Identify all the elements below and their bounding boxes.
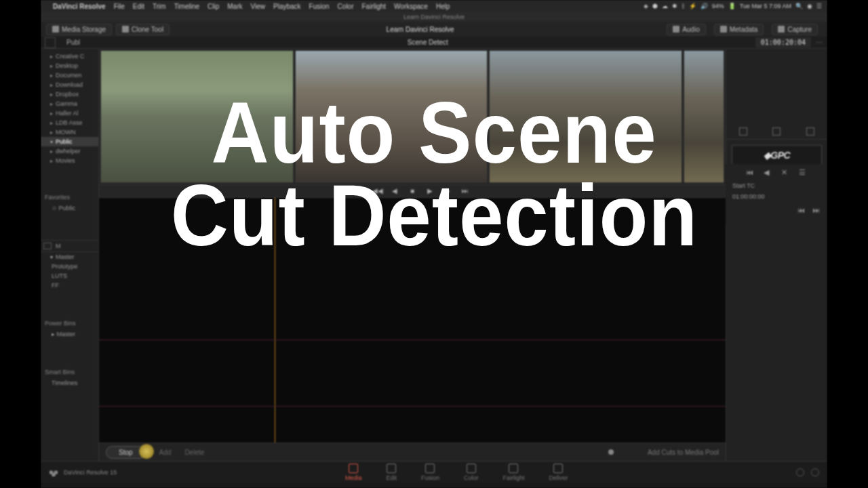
clock[interactable]: Tue Mar 5 7:09 AM	[740, 3, 791, 9]
tab-deliver[interactable]: Deliver	[549, 464, 568, 481]
add-cut-button[interactable]: Add	[159, 449, 172, 456]
wifi-icon[interactable]: ⚡	[689, 3, 696, 9]
project-settings-icon[interactable]	[811, 468, 819, 476]
bin-master[interactable]: Master	[41, 252, 98, 262]
menu-view[interactable]: View	[251, 3, 266, 10]
bin-item[interactable]: LUTS	[41, 271, 98, 281]
smart-bin-item[interactable]: Timelines	[41, 378, 98, 388]
battery-status[interactable]: 94%	[712, 3, 724, 9]
delete-cut-button[interactable]: Delete	[184, 449, 204, 456]
preview-frame-current[interactable]	[295, 50, 488, 183]
app-menu[interactable]: DaVinci Resolve	[53, 3, 106, 10]
search-icon[interactable]	[772, 127, 781, 136]
status-icon[interactable]: ✱	[672, 3, 677, 9]
audio-panel-button[interactable]: Audio	[667, 24, 706, 35]
view-toggle-icon[interactable]	[43, 243, 52, 249]
tree-item[interactable]: Dropbox	[41, 89, 98, 99]
play-icon[interactable]: ▶	[425, 187, 435, 195]
tree-item[interactable]: LDB Asse	[41, 118, 98, 127]
siri-icon[interactable]: ◉	[807, 3, 812, 9]
menu-mark[interactable]: Mark	[227, 3, 242, 10]
capture-icon	[778, 26, 785, 33]
tree-item[interactable]: Documen	[41, 70, 98, 80]
menu-edit[interactable]: Edit	[133, 3, 144, 10]
timecode-display[interactable]: 01:00:20:04	[755, 37, 811, 47]
media-storage-button[interactable]: Media Storage	[46, 24, 112, 35]
preview-frame-edge[interactable]	[684, 50, 724, 183]
preview-frame-next[interactable]	[489, 50, 682, 183]
menu-playback[interactable]: Playback	[273, 3, 301, 10]
tab-color[interactable]: Color	[464, 464, 479, 481]
media-pool-tab[interactable]: M	[56, 243, 61, 249]
clone-tool-button[interactable]: Clone Tool	[116, 24, 170, 35]
fusion-page-icon	[425, 464, 435, 473]
volume-icon[interactable]: 🔊	[701, 3, 708, 9]
tree-item[interactable]: Gamma	[41, 99, 98, 108]
clip-thumbnail[interactable]: ◆GPC	[732, 145, 822, 165]
menu-fusion[interactable]: Fusion	[309, 3, 330, 10]
bluetooth-icon[interactable]: ᛒ	[682, 3, 685, 9]
status-icon[interactable]: ◈	[644, 3, 648, 9]
tree-item[interactable]: Movies	[41, 156, 98, 165]
scene-cut-graph[interactable]	[99, 198, 726, 443]
status-icon[interactable]: ☁	[662, 3, 668, 9]
menu-clip[interactable]: Clip	[208, 3, 219, 10]
menu-trim[interactable]: Trim	[153, 3, 166, 10]
options-menu-icon[interactable]: ⋯	[814, 39, 825, 46]
menu-help[interactable]: Help	[436, 3, 450, 10]
in-point-icon[interactable]: ⏮	[746, 168, 754, 176]
notifications-icon[interactable]: ☰	[816, 3, 822, 9]
options-icon[interactable]	[806, 127, 814, 136]
status-icon[interactable]: ⬢	[652, 3, 658, 9]
close-icon[interactable]: ✕	[781, 168, 789, 176]
step-back-icon[interactable]: ◀	[390, 187, 399, 195]
favorite-item[interactable]: ☆ Public	[41, 203, 98, 213]
bin-item[interactable]: FF	[41, 281, 98, 290]
home-icon[interactable]	[796, 468, 804, 476]
tab-fusion[interactable]: Fusion	[421, 464, 439, 481]
tree-item-public[interactable]: Public	[41, 137, 98, 146]
sort-icon[interactable]	[739, 127, 747, 136]
prev-clip-icon[interactable]: ⏮	[797, 206, 806, 214]
tree-item[interactable]: Download	[41, 80, 98, 89]
location-tab[interactable]: Publ	[60, 39, 87, 46]
spotlight-icon[interactable]: 🔍	[795, 3, 803, 9]
edit-page-icon	[387, 464, 396, 473]
menu-timeline[interactable]: Timeline	[174, 3, 199, 10]
last-frame-icon[interactable]: ⏭	[460, 187, 470, 195]
bin-item[interactable]: Prototype	[41, 262, 98, 271]
confidence-slider[interactable]	[608, 449, 614, 455]
step-fwd-icon[interactable]: ▶	[443, 187, 452, 195]
menu-workspace[interactable]: Workspace	[394, 3, 428, 10]
preview-frame-prev[interactable]	[100, 50, 294, 183]
next-clip-icon[interactable]: ⏭	[812, 206, 821, 214]
prev-icon[interactable]: ◀	[764, 168, 772, 176]
transport-controls: ⏮ ◀◀ ◀ ■ ▶ ▶ ⏭	[99, 184, 726, 198]
first-frame-icon[interactable]: ⏮	[355, 187, 364, 195]
media-page-icon	[349, 464, 358, 473]
list-icon[interactable]: ☰	[799, 168, 807, 176]
power-bin-item[interactable]: ▸ Master	[41, 329, 98, 339]
cursor-highlight-icon	[139, 444, 154, 459]
auto-scene-detect-button[interactable]: Stop	[106, 446, 146, 459]
menu-color[interactable]: Color	[338, 3, 354, 10]
tree-item[interactable]: dwhelper	[41, 146, 98, 156]
tab-fairlight[interactable]: Fairlight	[502, 464, 524, 481]
list-view-toggle[interactable]	[45, 37, 56, 48]
add-cuts-to-pool-button[interactable]: Add Cuts to Media Pool	[648, 449, 719, 456]
tab-edit[interactable]: Edit	[386, 464, 397, 481]
menu-file[interactable]: File	[114, 3, 125, 10]
menu-fairlight[interactable]: Fairlight	[362, 3, 387, 10]
capture-button[interactable]: Capture	[772, 24, 818, 35]
battery-icon[interactable]: 🔋	[728, 3, 736, 9]
stop-icon[interactable]: ■	[408, 187, 417, 195]
threshold-line[interactable]	[99, 340, 726, 340]
tree-item[interactable]: MOWN	[41, 127, 98, 137]
clone-icon	[122, 26, 129, 33]
tree-item[interactable]: Haller Al	[41, 108, 98, 118]
prev-cut-icon[interactable]: ◀◀	[372, 187, 382, 195]
tree-item[interactable]: Desktop	[41, 61, 98, 70]
tab-media[interactable]: Media	[345, 464, 362, 481]
tree-item[interactable]: Creative C	[41, 52, 98, 61]
metadata-panel-button[interactable]: Metadata	[714, 24, 764, 35]
